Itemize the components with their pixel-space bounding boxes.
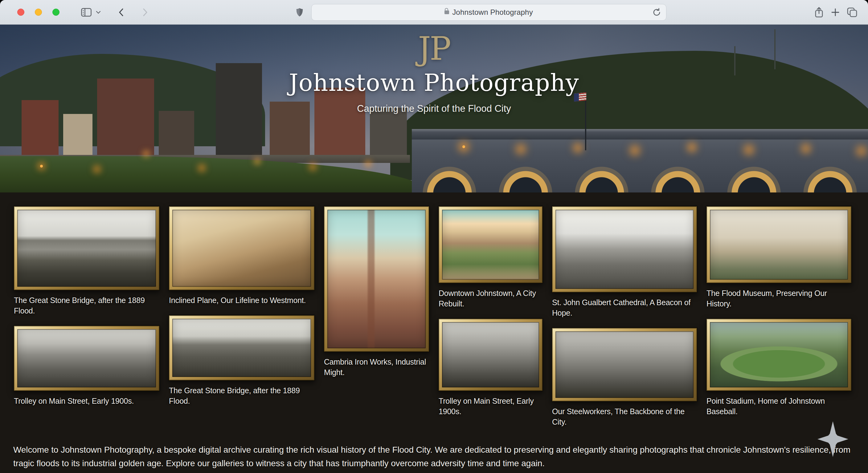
gallery-column: St. John Gualbert Cathedral, A Beacon of… (552, 206, 698, 436)
framed-photo[interactable] (552, 206, 698, 293)
photo-st-john-gualbert-cathedral (555, 210, 693, 289)
share-button[interactable] (814, 7, 824, 18)
close-window-button[interactable] (17, 9, 24, 16)
gallery-item: The Flood Museum, Preserving Our History… (706, 206, 852, 318)
photo-caption: Downtown Johnstown, A City Rebuilt. (439, 288, 542, 309)
photo-caption: St. John Gualbert Cathedral, A Beacon of… (552, 297, 697, 318)
gallery-item: Our Steelworkers, The Backbone of the Ci… (552, 327, 698, 436)
photo-great-stone-bridge-1889 (172, 319, 311, 377)
photo-steelworkers (555, 331, 693, 398)
share-icon (814, 7, 824, 18)
privacy-shield-icon (296, 8, 303, 17)
hero-banner: JP Johnstown Photography Capturing the S… (0, 25, 868, 193)
framed-photo[interactable] (323, 206, 430, 352)
framed-photo[interactable] (438, 206, 543, 283)
framed-photo[interactable] (168, 206, 315, 291)
framed-photo[interactable] (706, 318, 852, 392)
gallery-column: Downtown Johnstown, A City Rebuilt. Trol… (438, 206, 543, 426)
photo-inclined-plane (172, 210, 311, 287)
photo-great-stone-bridge-1889 (17, 210, 156, 287)
sidebar-icon (81, 8, 92, 16)
tab-overview-button[interactable] (847, 7, 858, 17)
site-title: Johnstown Photography (289, 69, 579, 96)
framed-photo[interactable] (13, 206, 160, 291)
photo-caption: Our Steelworkers, The Backbone of the Ci… (552, 406, 697, 427)
gallery-column: Inclined Plane, Our Lifeline to Westmont… (168, 206, 315, 415)
back-chevron-icon (119, 8, 124, 16)
photo-cambria-iron-works (327, 210, 426, 348)
photo-point-stadium (710, 322, 848, 387)
site-logo: JP (418, 33, 450, 65)
tab-overview-icon (847, 7, 858, 17)
gallery-column: The Great Stone Bridge, after the 1889 F… (13, 206, 160, 415)
toolbar-right-cluster (814, 7, 868, 18)
gallery-item: Inclined Plane, Our Lifeline to Westmont… (168, 206, 315, 315)
photo-trolley-main-street (442, 322, 539, 387)
photo-caption: The Great Stone Bridge, after the 1889 F… (169, 385, 314, 406)
photo-gallery: The Great Stone Bridge, after the 1889 F… (0, 193, 868, 436)
photo-trolley-main-street (17, 329, 156, 387)
framed-photo[interactable] (438, 318, 543, 392)
gallery-item: St. John Gualbert Cathedral, A Beacon of… (552, 206, 698, 327)
refresh-button[interactable] (653, 8, 661, 17)
privacy-report-button[interactable] (296, 8, 303, 17)
gallery-item: The Great Stone Bridge, after the 1889 F… (168, 315, 315, 415)
address-bar[interactable]: Johnstown Photography (311, 4, 666, 21)
framed-photo[interactable] (13, 325, 160, 392)
gallery-column: Cambria Iron Works, Industrial Might. (323, 206, 430, 387)
photo-flood-museum (710, 210, 848, 280)
zoom-window-button[interactable] (53, 9, 60, 16)
refresh-icon (653, 8, 661, 17)
gallery-item: The Great Stone Bridge, after the 1889 F… (13, 206, 160, 325)
chevron-down-icon (96, 11, 101, 14)
photo-caption: The Great Stone Bridge, after the 1889 F… (14, 295, 159, 316)
minimize-window-button[interactable] (35, 9, 42, 16)
site-subtitle: Capturing the Spirit of the Flood City (357, 103, 511, 114)
plus-icon (831, 8, 840, 16)
hero-text-overlay: JP Johnstown Photography Capturing the S… (0, 25, 868, 193)
sidebar-toggle-button[interactable] (81, 8, 92, 16)
sidebar-menu-button[interactable] (96, 11, 101, 14)
gallery-item: Trolley on Main Street, Early 1900s. (438, 318, 543, 426)
back-button[interactable] (119, 8, 124, 16)
photo-caption: Inclined Plane, Our Lifeline to Westmont… (169, 295, 314, 305)
photo-downtown-johnstown (442, 210, 539, 280)
forward-button[interactable] (143, 8, 148, 16)
forward-chevron-icon (143, 8, 148, 16)
window-controls (0, 9, 60, 16)
framed-photo[interactable] (168, 315, 315, 381)
photo-caption: Cambria Iron Works, Industrial Might. (324, 357, 429, 377)
browser-toolbar: Johnstown Photography (0, 0, 868, 25)
photo-caption: Point Stadium, Home of Johnstown Basebal… (707, 396, 851, 417)
gallery-item: Trolley on Main Street, Early 1900s. (13, 325, 160, 415)
browser-window: Johnstown Photography (0, 0, 868, 473)
gallery-item: Downtown Johnstown, A City Rebuilt. (438, 206, 543, 318)
photo-caption: The Flood Museum, Preserving Our History… (707, 288, 851, 309)
framed-photo[interactable] (552, 327, 698, 402)
lock-icon (444, 10, 449, 14)
gallery-item: Point Stadium, Home of Johnstown Basebal… (706, 318, 852, 426)
gallery-item: Cambria Iron Works, Industrial Might. (323, 206, 430, 387)
gallery-column: The Flood Museum, Preserving Our History… (706, 206, 852, 426)
photo-caption: Trolley on Main Street, Early 1900s. (14, 396, 159, 406)
framed-photo[interactable] (706, 206, 852, 283)
welcome-paragraph: Welcome to Johnstown Photography, a besp… (13, 443, 855, 470)
url-text: Johnstown Photography (452, 8, 533, 16)
photo-caption: Trolley on Main Street, Early 1900s. (439, 396, 542, 417)
new-tab-button[interactable] (831, 8, 840, 16)
